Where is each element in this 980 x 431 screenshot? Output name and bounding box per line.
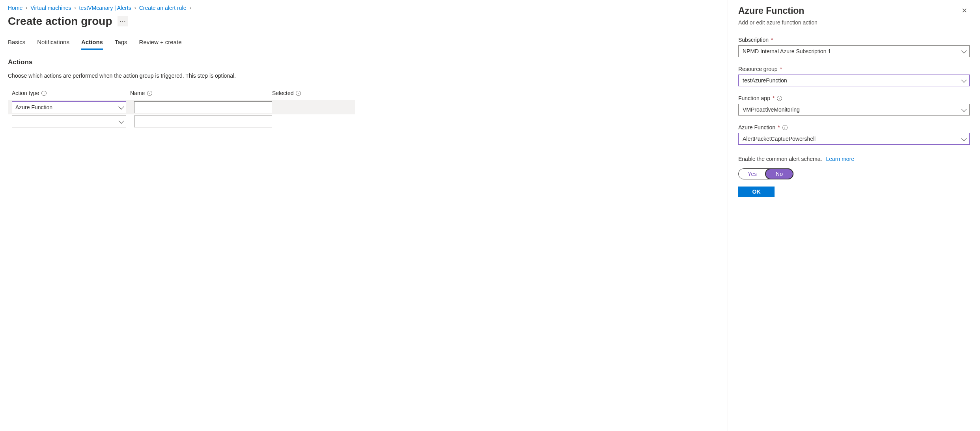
toggle-no[interactable]: No: [765, 168, 793, 179]
action-name-input[interactable]: [134, 116, 272, 127]
function-app-value: VMProactiveMonitoring: [743, 106, 800, 113]
tabs: Basics Notifications Actions Tags Review…: [8, 36, 720, 50]
learn-more-link[interactable]: Learn more: [826, 156, 854, 162]
resource-group-select[interactable]: testAzureFunction: [738, 75, 970, 86]
required-icon: *: [778, 124, 780, 131]
breadcrumb: Home › Virtual machines › testVMcanary |…: [8, 3, 720, 15]
column-header-label: Name: [130, 90, 145, 96]
subscription-select[interactable]: NPMD Internal Azure Subscription 1: [738, 45, 970, 57]
chevron-right-icon: ›: [189, 5, 191, 11]
label-resource-group: Resource group *: [738, 66, 970, 72]
breadcrumb-vm-alerts[interactable]: testVMcanary | Alerts: [79, 5, 131, 11]
tab-tags[interactable]: Tags: [115, 36, 127, 50]
required-icon: *: [773, 95, 775, 101]
chevron-down-icon: [961, 136, 967, 141]
label-azure-function: Azure Function * i: [738, 124, 970, 131]
subscription-value: NPMD Internal Azure Subscription 1: [743, 48, 831, 54]
azure-function-select[interactable]: AlertPacketCaptuePowershell: [738, 133, 970, 145]
chevron-down-icon: [118, 104, 124, 110]
table-row: Azure Function: [8, 100, 355, 114]
action-type-select[interactable]: [12, 116, 126, 127]
label-subscription: Subscription *: [738, 37, 970, 43]
breadcrumb-create-alert-rule[interactable]: Create an alert rule: [139, 5, 187, 11]
breadcrumb-home[interactable]: Home: [8, 5, 22, 11]
tab-notifications[interactable]: Notifications: [37, 36, 69, 50]
section-description: Choose which actions are performed when …: [8, 73, 720, 79]
panel-subtitle: Add or edit azure function action: [738, 19, 970, 26]
chevron-down-icon: [961, 48, 967, 54]
column-header-action-type: Action type i: [12, 90, 130, 96]
common-alert-schema-label: Enable the common alert schema.: [738, 156, 822, 162]
action-type-select[interactable]: Azure Function: [12, 101, 126, 113]
field-label: Azure Function: [738, 124, 775, 131]
common-alert-schema-toggle[interactable]: Yes No: [738, 168, 793, 179]
column-header-label: Action type: [12, 90, 39, 96]
panel-title: Azure Function: [738, 6, 804, 16]
tab-review-create[interactable]: Review + create: [139, 36, 182, 50]
required-icon: *: [771, 37, 773, 43]
tab-basics[interactable]: Basics: [8, 36, 25, 50]
tab-actions[interactable]: Actions: [81, 36, 103, 50]
page-title: Create action group: [8, 15, 112, 28]
azure-function-value: AlertPacketCaptuePowershell: [743, 136, 816, 142]
field-label: Function app: [738, 95, 770, 101]
column-header-label: Selected: [272, 90, 293, 96]
table-row: [8, 114, 355, 129]
chevron-down-icon: [961, 77, 967, 83]
breadcrumb-virtual-machines[interactable]: Virtual machines: [30, 5, 71, 11]
chevron-right-icon: ›: [26, 5, 27, 11]
field-label: Subscription: [738, 37, 769, 43]
chevron-right-icon: ›: [75, 5, 76, 11]
field-label: Resource group: [738, 66, 778, 72]
section-heading-actions: Actions: [8, 58, 720, 66]
info-icon[interactable]: i: [782, 125, 788, 130]
info-icon[interactable]: i: [41, 91, 47, 96]
chevron-down-icon: [961, 106, 967, 112]
ok-button[interactable]: OK: [738, 187, 775, 197]
required-icon: *: [780, 66, 782, 72]
side-panel-azure-function: Azure Function ✕ Add or edit azure funct…: [728, 0, 980, 431]
function-app-select[interactable]: VMProactiveMonitoring: [738, 104, 970, 116]
column-header-name: Name i: [130, 90, 272, 96]
label-function-app: Function app * i: [738, 95, 970, 101]
action-name-input[interactable]: [134, 101, 272, 113]
close-icon: ✕: [961, 7, 967, 15]
info-icon[interactable]: i: [777, 96, 782, 101]
action-type-value: Azure Function: [15, 104, 52, 110]
more-button[interactable]: ⋯: [118, 16, 128, 26]
toggle-yes[interactable]: Yes: [739, 169, 766, 179]
actions-table: Action type i Name i Selected i Azure Fu…: [8, 90, 355, 129]
close-button[interactable]: ✕: [959, 6, 970, 16]
chevron-right-icon: ›: [134, 5, 136, 11]
ellipsis-icon: ⋯: [119, 18, 126, 25]
column-header-selected: Selected i: [272, 90, 351, 96]
info-icon[interactable]: i: [296, 91, 301, 96]
resource-group-value: testAzureFunction: [743, 77, 787, 84]
chevron-down-icon: [118, 118, 124, 124]
info-icon[interactable]: i: [147, 91, 152, 96]
